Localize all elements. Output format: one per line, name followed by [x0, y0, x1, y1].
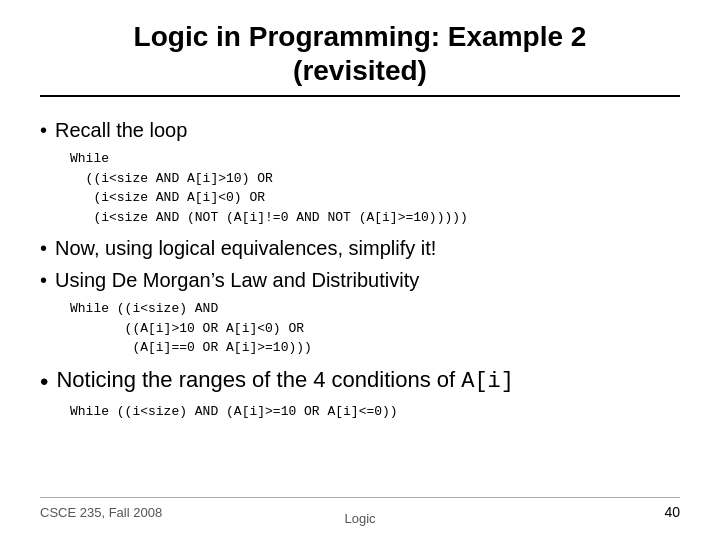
bullet-icon-using: •: [40, 269, 47, 292]
bullet-text-noticing: Noticing the ranges of the 4 conditions …: [56, 366, 514, 397]
slide: Logic in Programming: Example 2 (revisit…: [0, 0, 720, 540]
footer-left: CSCE 235, Fall 2008: [40, 505, 162, 520]
bullet-recall: • Recall the loop: [40, 117, 680, 143]
bullet-icon-now: •: [40, 237, 47, 260]
footer-right: 40: [664, 504, 680, 520]
bullet-icon-recall: •: [40, 119, 47, 142]
bullet-text-using: Using De Morgan’s Law and Distributivity: [55, 267, 419, 293]
noticing-text-before: Noticing the ranges of the 4 conditions …: [56, 367, 461, 392]
bullet-icon-noticing: •: [40, 368, 48, 396]
bullet-now: • Now, using logical equivalences, simpl…: [40, 235, 680, 261]
title-line1: Logic in Programming: Example 2: [134, 21, 587, 52]
bullet-using: • Using De Morgan’s Law and Distributivi…: [40, 267, 680, 293]
code-block-noticing: While ((i<size) AND (A[i]>=10 OR A[i]<=0…: [70, 402, 680, 422]
bullet-text-now: Now, using logical equivalences, simplif…: [55, 235, 436, 261]
bullet-text-recall: Recall the loop: [55, 117, 187, 143]
code-block-using: While ((i<size) AND ((A[i]>10 OR A[i]<0)…: [70, 299, 680, 358]
title-line2: (revisited): [293, 55, 427, 86]
code-block-recall: While ((i<size AND A[i]>10) OR (i<size A…: [70, 149, 680, 227]
noticing-inline-code: A[i]: [461, 369, 514, 394]
title-area: Logic in Programming: Example 2 (revisit…: [40, 20, 680, 97]
footer-center: Logic: [344, 511, 375, 526]
bullet-noticing: • Noticing the ranges of the 4 condition…: [40, 366, 680, 397]
content-area: • Recall the loop While ((i<size AND A[i…: [40, 107, 680, 497]
slide-title: Logic in Programming: Example 2 (revisit…: [40, 20, 680, 87]
slide-footer: CSCE 235, Fall 2008 Logic 40: [40, 497, 680, 520]
